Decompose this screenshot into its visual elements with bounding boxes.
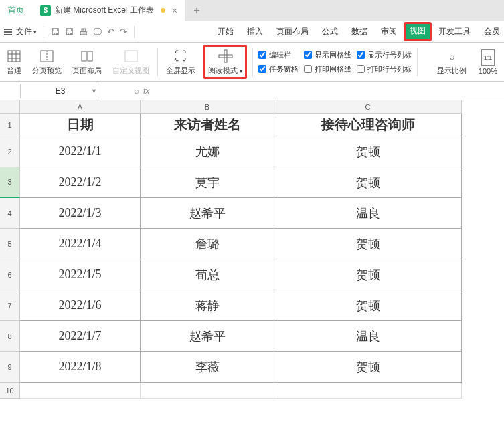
svg-rect-10: [224, 50, 227, 62]
cell[interactable]: 温良: [274, 198, 462, 229]
table-row: 10: [0, 383, 504, 399]
chk-printgrid[interactable]: 打印网格线: [304, 64, 351, 74]
cell[interactable]: 2022/1/1: [20, 136, 141, 167]
row-header[interactable]: 7: [0, 290, 20, 321]
svg-rect-0: [8, 51, 20, 62]
cell[interactable]: [20, 383, 141, 399]
cell[interactable]: 贺顿: [274, 167, 462, 198]
cell[interactable]: 贺顿: [274, 136, 462, 167]
row-header[interactable]: 9: [0, 352, 20, 383]
cell[interactable]: 荀总: [141, 259, 274, 290]
cell[interactable]: [141, 383, 274, 399]
row-header[interactable]: 10: [0, 383, 20, 399]
cell[interactable]: 2022/1/2: [20, 167, 141, 198]
cell[interactable]: 2022/1/6: [20, 290, 141, 321]
tab-document[interactable]: S 新建 Microsoft Excel 工作表 ×: [32, 0, 185, 21]
col-header-C[interactable]: C: [274, 100, 462, 114]
name-box[interactable]: E3 ▼: [20, 84, 100, 98]
view-normal-label: 普通: [7, 66, 21, 76]
cell[interactable]: [274, 383, 462, 399]
tab-member[interactable]: 会员: [477, 22, 500, 41]
table-row: 52022/1/4詹璐贺顿: [0, 229, 504, 259]
cell[interactable]: 贺顿: [274, 290, 462, 321]
fx-icon[interactable]: fx: [143, 86, 149, 96]
cell[interactable]: 日期: [20, 114, 141, 136]
row-header[interactable]: 3: [0, 167, 20, 198]
fx-area: ⌕ fx: [134, 86, 149, 96]
tab-layout[interactable]: 页面布局: [270, 22, 315, 41]
row-header[interactable]: 1: [0, 114, 20, 136]
view-pagelayout[interactable]: 页面布局: [70, 48, 104, 76]
cell[interactable]: 尤娜: [141, 136, 274, 167]
cell[interactable]: 赵希平: [141, 321, 274, 352]
svg-rect-7: [82, 51, 86, 61]
zoom-ratio[interactable]: ⌕ 显示比例: [434, 48, 469, 76]
cell[interactable]: 温良: [274, 321, 462, 352]
col-header-B[interactable]: B: [141, 100, 274, 114]
chevron-down-icon[interactable]: ▼: [91, 88, 97, 94]
tab-dev[interactable]: 开发工具: [432, 22, 477, 41]
select-all-corner[interactable]: [0, 100, 20, 114]
row-header[interactable]: 8: [0, 321, 20, 352]
cell[interactable]: 2022/1/5: [20, 259, 141, 290]
row-header[interactable]: 6: [0, 259, 20, 290]
search-icon[interactable]: ⌕: [134, 86, 139, 96]
chk-showgrid[interactable]: 显示网格线: [304, 50, 351, 60]
view-pagebreak[interactable]: 分页预览: [29, 48, 64, 76]
chk-printrc[interactable]: 打印行号列标: [357, 64, 412, 74]
table-row: 32022/1/2莫宇贺顿: [0, 167, 504, 198]
chk-editbar-label: 编辑栏: [269, 50, 291, 60]
redo-icon[interactable]: ↷: [120, 27, 127, 37]
table-row: 42022/1/3赵希平温良: [0, 198, 504, 229]
tab-start[interactable]: 开始: [211, 22, 240, 41]
col-header-A[interactable]: A: [20, 100, 141, 114]
view-normal[interactable]: 普通: [4, 48, 24, 76]
hamburger-icon[interactable]: [4, 29, 12, 35]
cell[interactable]: 接待心理咨询师: [274, 114, 462, 136]
chk-printgrid-box[interactable]: [304, 65, 312, 73]
cell[interactable]: 蒋静: [141, 290, 274, 321]
cell[interactable]: 赵希平: [141, 198, 274, 229]
chk-showrc-box[interactable]: [357, 51, 365, 59]
chk-editbar-box[interactable]: [258, 51, 266, 59]
chk-editbar[interactable]: 编辑栏: [258, 50, 299, 60]
row-header[interactable]: 2: [0, 136, 20, 167]
view-readmode[interactable]: 阅读模式 ▾: [203, 45, 247, 79]
cell[interactable]: 莫宇: [141, 167, 274, 198]
tab-home[interactable]: 首页: [0, 0, 32, 21]
save-icon[interactable]: 🖫: [51, 27, 60, 37]
tab-formula[interactable]: 公式: [315, 22, 345, 41]
print-icon[interactable]: 🖶: [79, 27, 88, 37]
tab-review[interactable]: 审阅: [374, 22, 404, 41]
new-tab-button[interactable]: +: [185, 0, 207, 21]
table-row: 92022/1/8李薇贺顿: [0, 352, 504, 383]
row-header[interactable]: 5: [0, 229, 20, 259]
cell[interactable]: 贺顿: [274, 352, 462, 383]
file-menu[interactable]: 文件▾: [16, 26, 37, 37]
chk-taskpane-box[interactable]: [258, 65, 266, 73]
zoom-100[interactable]: 1:1 100%: [476, 49, 500, 75]
tab-data[interactable]: 数据: [345, 22, 374, 41]
cell[interactable]: 2022/1/3: [20, 198, 141, 229]
cell[interactable]: 2022/1/7: [20, 321, 141, 352]
cell[interactable]: 来访者姓名: [141, 114, 274, 136]
cell[interactable]: 李薇: [141, 352, 274, 383]
chk-showrc[interactable]: 显示行号列标: [357, 50, 412, 60]
cell[interactable]: 贺顿: [274, 259, 462, 290]
cell[interactable]: 2022/1/8: [20, 352, 141, 383]
row-header[interactable]: 4: [0, 198, 20, 229]
cell[interactable]: 2022/1/4: [20, 229, 141, 259]
cell[interactable]: 贺顿: [274, 229, 462, 259]
chk-printrc-box[interactable]: [357, 65, 365, 73]
chk-showgrid-box[interactable]: [304, 51, 312, 59]
chk-taskpane[interactable]: 任务窗格: [258, 64, 299, 74]
tab-view[interactable]: 视图: [404, 22, 432, 41]
tab-insert[interactable]: 插入: [240, 22, 270, 41]
undo-icon[interactable]: ↶: [107, 27, 114, 37]
view-fullscreen[interactable]: ⛶ 全屏显示: [163, 48, 198, 76]
cell[interactable]: 詹璐: [141, 229, 274, 259]
checkbox-group-2: 显示网格线 打印网格线: [304, 50, 351, 74]
save-as-icon[interactable]: 🖫: [65, 27, 74, 37]
print-preview-icon[interactable]: 🖵: [93, 27, 102, 37]
close-tab-icon[interactable]: ×: [172, 5, 177, 16]
